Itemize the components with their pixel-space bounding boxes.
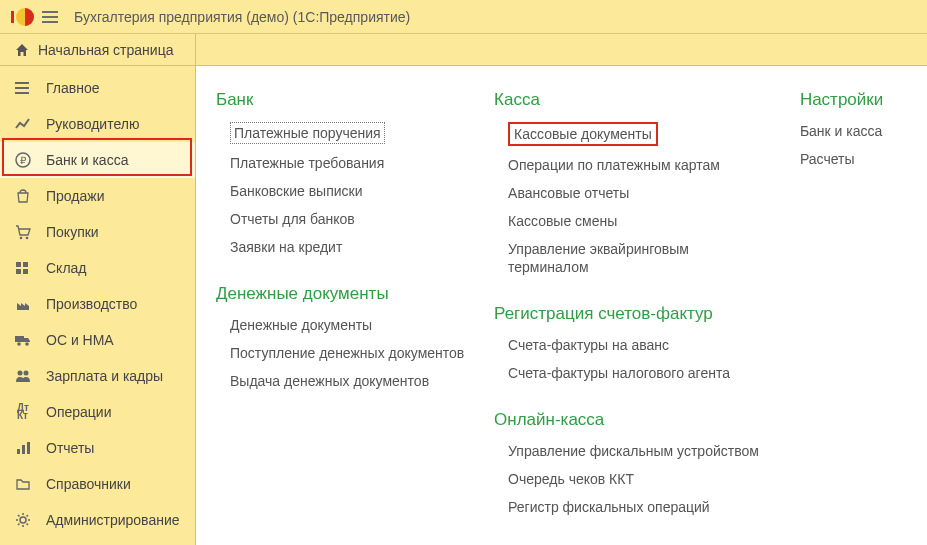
sidebar-item-label: Руководителю: [46, 116, 139, 132]
home-icon: [14, 42, 30, 58]
link-money-outgoing[interactable]: Выдача денежных документов: [230, 372, 466, 390]
svg-rect-3: [15, 87, 29, 89]
sidebar-item-label: Склад: [46, 260, 87, 276]
sidebar-item-purchases[interactable]: Покупки: [0, 214, 195, 250]
link-acquiring[interactable]: Управление эквайринговым терминалом: [508, 240, 772, 276]
home-tab[interactable]: Начальная страница: [0, 34, 196, 65]
svg-rect-11: [16, 269, 21, 274]
sidebar-item-sales[interactable]: Продажи: [0, 178, 195, 214]
tab-strip: [196, 34, 927, 65]
home-label: Начальная страница: [38, 42, 173, 58]
svg-rect-10: [23, 262, 28, 267]
sidebar-item-reports[interactable]: Отчеты: [0, 430, 195, 466]
link-advance-reports[interactable]: Авансовые отчеты: [508, 184, 772, 202]
svg-point-21: [20, 517, 26, 523]
sidebar-item-label: ОС и НМА: [46, 332, 114, 348]
section-settings[interactable]: Настройки: [800, 90, 911, 110]
svg-rect-13: [15, 336, 24, 342]
sidebar: Главное Руководителю ₽ Банк и касса Прод…: [0, 66, 196, 545]
bag-icon: [14, 188, 32, 204]
link-cash-docs[interactable]: Кассовые документы: [508, 122, 658, 146]
sidebar-item-salary[interactable]: Зарплата и кадры: [0, 358, 195, 394]
svg-rect-9: [16, 262, 21, 267]
link-credit-requests[interactable]: Заявки на кредит: [230, 238, 466, 256]
content-area: Банк Платежные поручения Платежные требо…: [196, 66, 927, 545]
svg-text:₽: ₽: [20, 155, 27, 166]
truck-icon: [14, 333, 32, 347]
sidebar-item-admin[interactable]: Администрирование: [0, 502, 195, 538]
ruble-icon: ₽: [14, 152, 32, 168]
dtkt-icon: ДтКт: [14, 404, 32, 420]
link-money-incoming[interactable]: Поступление денежных документов: [230, 344, 466, 362]
sidebar-item-label: Банк и касса: [46, 152, 128, 168]
list-icon: [14, 81, 32, 95]
main-menu-icon[interactable]: [42, 7, 62, 27]
sidebar-item-label: Администрирование: [46, 512, 180, 528]
svg-rect-2: [15, 82, 29, 84]
boxes-icon: [14, 261, 32, 275]
sidebar-item-assets[interactable]: ОС и НМА: [0, 322, 195, 358]
app-logo-1c: [8, 6, 36, 28]
svg-point-14: [17, 342, 21, 346]
link-money-docs[interactable]: Денежные документы: [230, 316, 466, 334]
link-card-ops[interactable]: Операции по платежным картам: [508, 156, 772, 174]
sidebar-item-label: Справочники: [46, 476, 131, 492]
chart-icon: [14, 441, 32, 455]
link-receipt-queue[interactable]: Очередь чеков ККТ: [508, 470, 772, 488]
sidebar-item-manager[interactable]: Руководителю: [0, 106, 195, 142]
svg-point-7: [20, 237, 23, 240]
link-payment-orders[interactable]: Платежные поручения: [230, 122, 385, 144]
window-title: Бухгалтерия предприятия (демо) (1С:Предп…: [74, 9, 410, 25]
section-invoices[interactable]: Регистрация счетов-фактур: [494, 304, 772, 324]
link-fiscal-register[interactable]: Регистр фискальных операций: [508, 498, 772, 516]
sidebar-item-main[interactable]: Главное: [0, 70, 195, 106]
svg-point-15: [25, 342, 29, 346]
svg-rect-1: [11, 11, 14, 23]
svg-rect-19: [22, 445, 25, 454]
svg-point-8: [26, 237, 29, 240]
sidebar-item-operations[interactable]: ДтКт Операции: [0, 394, 195, 430]
link-advance-invoices[interactable]: Счета-фактуры на аванс: [508, 336, 772, 354]
link-fiscal-device[interactable]: Управление фискальным устройством: [508, 442, 772, 460]
section-online-cash[interactable]: Онлайн-касса: [494, 410, 772, 430]
section-bank[interactable]: Банк: [216, 90, 466, 110]
sidebar-item-production[interactable]: Производство: [0, 286, 195, 322]
link-settings-bank[interactable]: Банк и касса: [800, 122, 911, 140]
link-settings-calc[interactable]: Расчеты: [800, 150, 911, 168]
people-icon: [14, 369, 32, 383]
sidebar-item-warehouse[interactable]: Склад: [0, 250, 195, 286]
gear-icon: [14, 512, 32, 528]
svg-rect-12: [23, 269, 28, 274]
svg-point-16: [18, 371, 23, 376]
link-payment-claims[interactable]: Платежные требования: [230, 154, 466, 172]
link-bank-reports[interactable]: Отчеты для банков: [230, 210, 466, 228]
sidebar-item-catalogs[interactable]: Справочники: [0, 466, 195, 502]
svg-rect-18: [17, 449, 20, 454]
section-money-docs[interactable]: Денежные документы: [216, 284, 466, 304]
trend-icon: [14, 117, 32, 131]
svg-rect-4: [15, 92, 29, 94]
factory-icon: [14, 297, 32, 311]
sidebar-item-bank-cash[interactable]: ₽ Банк и касса: [0, 142, 195, 178]
svg-rect-20: [27, 442, 30, 454]
title-bar: Бухгалтерия предприятия (демо) (1С:Предп…: [0, 0, 927, 34]
link-tax-agent-invoices[interactable]: Счета-фактуры налогового агента: [508, 364, 772, 382]
section-cash[interactable]: Касса: [494, 90, 772, 110]
link-bank-statements[interactable]: Банковские выписки: [230, 182, 466, 200]
sidebar-item-label: Операции: [46, 404, 112, 420]
sidebar-item-label: Покупки: [46, 224, 99, 240]
svg-point-17: [24, 371, 29, 376]
sidebar-item-label: Отчеты: [46, 440, 94, 456]
sidebar-item-label: Главное: [46, 80, 100, 96]
sidebar-item-label: Производство: [46, 296, 137, 312]
subheader: Начальная страница: [0, 34, 927, 66]
link-cash-shifts[interactable]: Кассовые смены: [508, 212, 772, 230]
sidebar-item-label: Продажи: [46, 188, 104, 204]
cart-icon: [14, 224, 32, 240]
sidebar-item-label: Зарплата и кадры: [46, 368, 163, 384]
folder-icon: [14, 477, 32, 491]
